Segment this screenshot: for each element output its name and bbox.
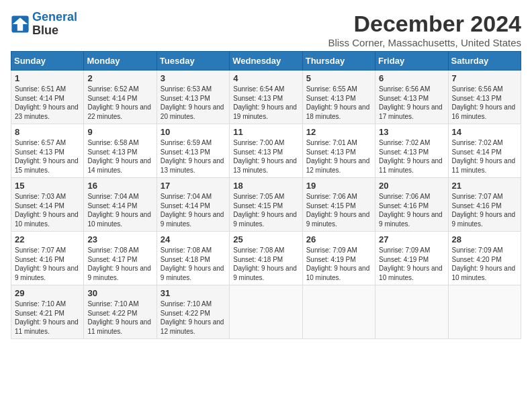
day-number: 24 bbox=[161, 234, 226, 244]
day-number: 26 bbox=[306, 234, 371, 244]
day-number: 2 bbox=[87, 73, 152, 83]
day-info: Sunrise: 6:55 AM Sunset: 4:13 PM Dayligh… bbox=[306, 85, 371, 121]
calendar-table: SundayMondayTuesdayWednesdayThursdayFrid… bbox=[11, 51, 521, 339]
day-number: 5 bbox=[306, 73, 371, 83]
week-row-3: 15Sunrise: 7:03 AM Sunset: 4:14 PM Dayli… bbox=[11, 178, 521, 232]
day-number: 30 bbox=[87, 288, 152, 298]
day-info: Sunrise: 7:02 AM Sunset: 4:14 PM Dayligh… bbox=[452, 138, 517, 175]
weekday-header-saturday: Saturday bbox=[448, 52, 521, 71]
day-info: Sunrise: 7:00 AM Sunset: 4:13 PM Dayligh… bbox=[233, 138, 298, 175]
day-number: 27 bbox=[379, 234, 444, 244]
day-cell-16: 16Sunrise: 7:04 AM Sunset: 4:14 PM Dayli… bbox=[84, 178, 157, 232]
day-info: Sunrise: 7:03 AM Sunset: 4:14 PM Dayligh… bbox=[15, 192, 80, 228]
logo: General Blue bbox=[11, 11, 77, 38]
empty-cell bbox=[230, 285, 302, 339]
day-cell-9: 9Sunrise: 6:58 AM Sunset: 4:13 PM Daylig… bbox=[84, 124, 157, 178]
day-info: Sunrise: 7:08 AM Sunset: 4:18 PM Dayligh… bbox=[233, 246, 298, 282]
day-cell-20: 20Sunrise: 7:06 AM Sunset: 4:16 PM Dayli… bbox=[375, 178, 448, 232]
day-cell-15: 15Sunrise: 7:03 AM Sunset: 4:14 PM Dayli… bbox=[11, 178, 84, 232]
day-info: Sunrise: 6:52 AM Sunset: 4:14 PM Dayligh… bbox=[87, 85, 152, 121]
logo-icon bbox=[11, 15, 30, 34]
day-info: Sunrise: 6:56 AM Sunset: 4:13 PM Dayligh… bbox=[452, 85, 517, 121]
day-number: 21 bbox=[452, 181, 517, 191]
week-row-2: 8Sunrise: 6:57 AM Sunset: 4:13 PM Daylig… bbox=[11, 124, 521, 178]
day-number: 16 bbox=[87, 181, 152, 191]
day-number: 20 bbox=[379, 181, 444, 191]
day-cell-11: 11Sunrise: 7:00 AM Sunset: 4:13 PM Dayli… bbox=[230, 124, 302, 178]
day-cell-17: 17Sunrise: 7:04 AM Sunset: 4:14 PM Dayli… bbox=[157, 178, 229, 232]
weekday-header-thursday: Thursday bbox=[302, 52, 375, 71]
weekday-header-sunday: Sunday bbox=[11, 52, 84, 71]
day-cell-24: 24Sunrise: 7:08 AM Sunset: 4:18 PM Dayli… bbox=[157, 232, 229, 285]
empty-cell bbox=[375, 285, 448, 339]
day-cell-12: 12Sunrise: 7:01 AM Sunset: 4:13 PM Dayli… bbox=[302, 124, 375, 178]
day-cell-23: 23Sunrise: 7:08 AM Sunset: 4:17 PM Dayli… bbox=[84, 232, 157, 285]
day-number: 25 bbox=[233, 234, 298, 244]
day-cell-10: 10Sunrise: 6:59 AM Sunset: 4:13 PM Dayli… bbox=[157, 124, 229, 178]
day-cell-18: 18Sunrise: 7:05 AM Sunset: 4:15 PM Dayli… bbox=[230, 178, 302, 232]
day-number: 8 bbox=[15, 127, 80, 137]
weekday-header-friday: Friday bbox=[375, 52, 448, 71]
day-info: Sunrise: 7:05 AM Sunset: 4:15 PM Dayligh… bbox=[233, 192, 298, 228]
day-cell-2: 2Sunrise: 6:52 AM Sunset: 4:14 PM Daylig… bbox=[84, 71, 157, 124]
day-number: 28 bbox=[452, 234, 517, 244]
day-info: Sunrise: 7:02 AM Sunset: 4:13 PM Dayligh… bbox=[379, 138, 444, 175]
day-number: 17 bbox=[161, 181, 226, 191]
day-number: 31 bbox=[161, 288, 226, 298]
day-cell-26: 26Sunrise: 7:09 AM Sunset: 4:19 PM Dayli… bbox=[302, 232, 375, 285]
week-row-4: 22Sunrise: 7:07 AM Sunset: 4:16 PM Dayli… bbox=[11, 232, 521, 285]
day-info: Sunrise: 6:56 AM Sunset: 4:13 PM Dayligh… bbox=[379, 85, 444, 121]
day-info: Sunrise: 7:06 AM Sunset: 4:15 PM Dayligh… bbox=[306, 192, 371, 228]
day-number: 1 bbox=[15, 73, 80, 83]
day-cell-7: 7Sunrise: 6:56 AM Sunset: 4:13 PM Daylig… bbox=[448, 71, 521, 124]
day-info: Sunrise: 7:08 AM Sunset: 4:17 PM Dayligh… bbox=[87, 246, 152, 282]
month-title: December 2024 bbox=[328, 11, 521, 37]
day-number: 19 bbox=[306, 181, 371, 191]
day-number: 29 bbox=[15, 288, 80, 298]
day-number: 12 bbox=[306, 127, 371, 137]
day-info: Sunrise: 7:06 AM Sunset: 4:16 PM Dayligh… bbox=[379, 192, 444, 228]
empty-cell bbox=[448, 285, 521, 339]
day-cell-8: 8Sunrise: 6:57 AM Sunset: 4:13 PM Daylig… bbox=[11, 124, 84, 178]
day-number: 10 bbox=[161, 127, 226, 137]
logo-line2: Blue bbox=[32, 24, 77, 38]
day-cell-30: 30Sunrise: 7:10 AM Sunset: 4:22 PM Dayli… bbox=[84, 285, 157, 339]
day-info: Sunrise: 7:04 AM Sunset: 4:14 PM Dayligh… bbox=[161, 192, 226, 228]
day-number: 13 bbox=[379, 127, 444, 137]
day-cell-22: 22Sunrise: 7:07 AM Sunset: 4:16 PM Dayli… bbox=[11, 232, 84, 285]
day-cell-3: 3Sunrise: 6:53 AM Sunset: 4:13 PM Daylig… bbox=[157, 71, 229, 124]
day-cell-4: 4Sunrise: 6:54 AM Sunset: 4:13 PM Daylig… bbox=[230, 71, 302, 124]
day-cell-5: 5Sunrise: 6:55 AM Sunset: 4:13 PM Daylig… bbox=[302, 71, 375, 124]
day-number: 15 bbox=[15, 181, 80, 191]
title-block: December 2024 Bliss Corner, Massachusett… bbox=[328, 11, 521, 48]
empty-cell bbox=[302, 285, 375, 339]
weekday-header-tuesday: Tuesday bbox=[157, 52, 229, 71]
day-info: Sunrise: 6:57 AM Sunset: 4:13 PM Dayligh… bbox=[15, 138, 80, 175]
day-info: Sunrise: 6:59 AM Sunset: 4:13 PM Dayligh… bbox=[161, 138, 226, 175]
weekday-header-monday: Monday bbox=[84, 52, 157, 71]
day-info: Sunrise: 6:58 AM Sunset: 4:13 PM Dayligh… bbox=[87, 138, 152, 175]
logo-text: General Blue bbox=[32, 11, 77, 38]
day-number: 3 bbox=[161, 73, 226, 83]
weekday-header-row: SundayMondayTuesdayWednesdayThursdayFrid… bbox=[11, 52, 521, 71]
week-row-5: 29Sunrise: 7:10 AM Sunset: 4:21 PM Dayli… bbox=[11, 285, 521, 339]
day-info: Sunrise: 7:07 AM Sunset: 4:16 PM Dayligh… bbox=[15, 246, 80, 282]
location-title: Bliss Corner, Massachusetts, United Stat… bbox=[328, 37, 521, 48]
day-cell-27: 27Sunrise: 7:09 AM Sunset: 4:19 PM Dayli… bbox=[375, 232, 448, 285]
day-cell-31: 31Sunrise: 7:10 AM Sunset: 4:22 PM Dayli… bbox=[157, 285, 229, 339]
day-number: 18 bbox=[233, 181, 298, 191]
day-info: Sunrise: 6:51 AM Sunset: 4:14 PM Dayligh… bbox=[15, 85, 80, 121]
day-number: 22 bbox=[15, 234, 80, 244]
day-info: Sunrise: 7:01 AM Sunset: 4:13 PM Dayligh… bbox=[306, 138, 371, 175]
day-number: 6 bbox=[379, 73, 444, 83]
day-info: Sunrise: 7:07 AM Sunset: 4:16 PM Dayligh… bbox=[452, 192, 517, 228]
day-info: Sunrise: 7:10 AM Sunset: 4:22 PM Dayligh… bbox=[161, 300, 226, 336]
page-header: General Blue December 2024 Bliss Corner,… bbox=[11, 11, 521, 48]
day-info: Sunrise: 6:53 AM Sunset: 4:13 PM Dayligh… bbox=[161, 85, 226, 121]
day-cell-13: 13Sunrise: 7:02 AM Sunset: 4:13 PM Dayli… bbox=[375, 124, 448, 178]
day-info: Sunrise: 7:09 AM Sunset: 4:19 PM Dayligh… bbox=[379, 246, 444, 282]
day-info: Sunrise: 7:09 AM Sunset: 4:19 PM Dayligh… bbox=[306, 246, 371, 282]
day-number: 23 bbox=[87, 234, 152, 244]
day-info: Sunrise: 7:08 AM Sunset: 4:18 PM Dayligh… bbox=[161, 246, 226, 282]
day-info: Sunrise: 7:09 AM Sunset: 4:20 PM Dayligh… bbox=[452, 246, 517, 282]
